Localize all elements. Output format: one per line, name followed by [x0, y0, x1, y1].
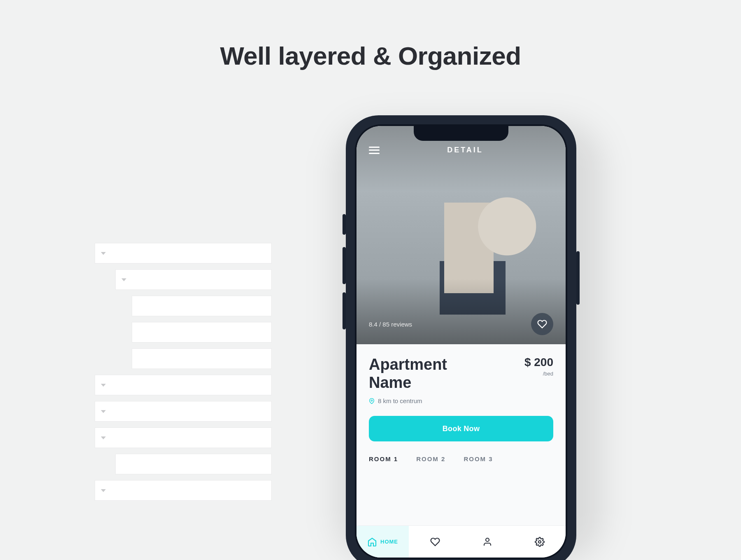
listing-price: $ 200 — [524, 356, 553, 369]
svg-point-0 — [371, 400, 373, 401]
phone-notch — [414, 124, 508, 141]
nav-label: HOME — [380, 539, 398, 545]
layer-row[interactable] — [95, 427, 272, 448]
rating-text: 8.4 / 85 reviews — [369, 321, 412, 328]
user-icon — [482, 537, 492, 547]
heart-icon — [430, 537, 440, 547]
chevron-down-icon — [101, 384, 106, 387]
layer-row[interactable] — [95, 401, 272, 422]
svg-point-2 — [538, 541, 541, 543]
app-screen: DETAIL 8.4 / 85 reviews Apartment Name $… — [357, 126, 566, 558]
listing-name: Apartment Name — [369, 356, 484, 392]
rooms-tabs: ROOM 1ROOM 2ROOM 3 — [369, 455, 553, 467]
chevron-down-icon — [101, 489, 106, 492]
home-icon — [367, 537, 377, 547]
room-tab[interactable]: ROOM 3 — [464, 455, 493, 462]
nav-heart[interactable] — [409, 526, 461, 558]
nav-user[interactable] — [461, 526, 513, 558]
distance-row: 8 km to centrum — [369, 397, 553, 404]
chevron-down-icon — [101, 436, 106, 439]
hero-heading: Well layered & Organized — [0, 41, 741, 70]
layer-row[interactable] — [95, 480, 272, 501]
price-box: $ 200 /bed — [524, 356, 553, 377]
layer-row[interactable] — [132, 348, 272, 369]
listing-info-card: Apartment Name $ 200 /bed 8 km to centru… — [357, 344, 566, 525]
heart-icon — [537, 319, 547, 329]
book-now-button[interactable]: Book Now — [369, 416, 553, 441]
favorite-button[interactable] — [531, 313, 553, 335]
distance-text: 8 km to centrum — [378, 397, 422, 404]
app-topbar: DETAIL — [357, 146, 566, 154]
room-tab[interactable]: ROOM 1 — [369, 455, 398, 462]
nav-settings[interactable] — [513, 526, 566, 558]
layer-row[interactable] — [115, 269, 272, 290]
chevron-down-icon — [101, 410, 106, 413]
chevron-down-icon — [121, 278, 126, 281]
listing-price-unit: /bed — [524, 371, 553, 377]
listing-hero-image: DETAIL 8.4 / 85 reviews — [357, 126, 566, 344]
phone-side-button — [576, 251, 580, 305]
screen-title: DETAIL — [377, 146, 553, 154]
hero-gradient-overlay — [357, 126, 566, 344]
layer-row[interactable] — [132, 296, 272, 316]
layer-row[interactable] — [95, 375, 272, 395]
phone-frame: DETAIL 8.4 / 85 reviews Apartment Name $… — [346, 115, 576, 560]
phone-bezel: DETAIL 8.4 / 85 reviews Apartment Name $… — [355, 124, 567, 559]
phone-side-button — [343, 292, 346, 329]
layer-row[interactable] — [95, 243, 272, 264]
rating-row: 8.4 / 85 reviews — [369, 313, 553, 335]
settings-icon — [535, 537, 545, 547]
nav-home[interactable]: HOME — [357, 526, 409, 558]
bottom-nav: HOME — [357, 525, 566, 558]
layer-row[interactable] — [132, 322, 272, 343]
room-tab[interactable]: ROOM 2 — [416, 455, 445, 462]
layer-row[interactable] — [115, 454, 272, 474]
layer-panel — [95, 243, 272, 506]
svg-point-1 — [486, 538, 489, 541]
chevron-down-icon — [101, 252, 106, 255]
phone-side-button — [343, 247, 346, 284]
location-pin-icon — [369, 398, 375, 404]
phone-side-button — [343, 214, 346, 235]
